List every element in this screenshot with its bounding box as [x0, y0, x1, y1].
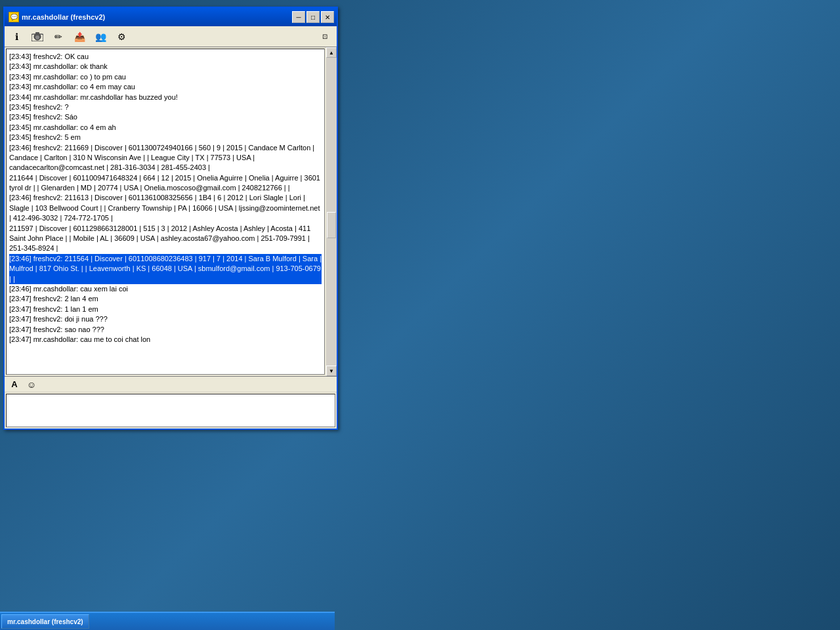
message-line: [23:47] freshcv2: doi ji nua ??? — [9, 314, 322, 324]
message-line: [23:47] freshcv2: sao nao ??? — [9, 325, 322, 335]
input-area: A ☺ — [5, 376, 337, 429]
messages-container[interactable]: [23:43] freshcv2: OK cau[23:43] mr.cashd… — [6, 49, 325, 375]
message-line: [23:45] freshcv2: 5 em — [9, 133, 322, 142]
font-button[interactable]: A — [7, 378, 22, 391]
message-line: [23:43] mr.cashdollar: co 4 em may cau — [9, 82, 322, 92]
message-line: [23:43] mr.cashdollar: ok thank — [9, 62, 322, 72]
message-line: [23:46] freshcv2: 211669 | Discover | 60… — [9, 143, 322, 173]
title-bar-left: 💬 mr.cashdollar (freshcv2) — [9, 12, 105, 22]
scrollbar-vertical[interactable]: ▲ ▼ — [326, 47, 337, 376]
people-button[interactable]: 👥 — [91, 28, 110, 45]
chat-area: [23:43] freshcv2: OK cau[23:43] mr.cashd… — [5, 47, 337, 376]
message-line: [23:43] mr.cashdollar: co ) to pm cau — [9, 72, 322, 82]
scroll-track[interactable] — [326, 58, 337, 366]
emoji-button[interactable]: ☺ — [24, 378, 39, 391]
taskbar-button[interactable]: mr.cashdollar (freshcv2) — [1, 614, 89, 629]
minimize-button[interactable]: ─ — [292, 11, 305, 23]
info-button[interactable]: ℹ — [7, 28, 26, 45]
message-line: 211644 | Discover | 6011009471648324 | 6… — [9, 173, 322, 194]
window-title: mr.cashdollar (freshcv2) — [22, 13, 105, 21]
chat-window: 💬 mr.cashdollar (freshcv2) ─ □ ✕ ℹ — [3, 7, 338, 430]
desktop: 💬 mr.cashdollar (freshcv2) ─ □ ✕ ℹ — [0, 0, 840, 630]
edit-button[interactable]: ✏ — [49, 28, 68, 45]
scroll-down-button[interactable]: ▼ — [326, 366, 337, 376]
message-line: [23:47] mr.cashdollar: cau me to coi cha… — [9, 335, 322, 345]
message-line: [23:45] mr.cashdollar: co 4 em ah — [9, 123, 322, 133]
message-line: [23:45] freshcv2: Sáo — [9, 112, 322, 122]
message-line: [23:47] freshcv2: 2 lan 4 em — [9, 294, 322, 304]
message-textarea[interactable] — [8, 396, 333, 425]
message-line: [23:46] freshcv2: 211564 | Discover | 60… — [9, 254, 322, 284]
message-line: 211597 | Discover | 6011298663128001 | 5… — [9, 224, 322, 254]
message-line: [23:43] freshcv2: OK cau — [9, 52, 322, 62]
taskbar: mr.cashdollar (freshcv2) — [0, 612, 335, 630]
maximize-button[interactable]: □ — [306, 11, 320, 23]
input-toolbar: A ☺ — [5, 377, 337, 392]
message-input[interactable] — [6, 394, 335, 427]
settings-button[interactable]: ⚙ — [112, 28, 131, 45]
message-line: [23:46] mr.cashdollar: cau xem lai coi — [9, 284, 322, 294]
toolbar: ℹ ✏ 📤 👥 ⚙ ⊡ — [5, 26, 337, 47]
camera-button[interactable] — [28, 28, 47, 45]
message-line: [23:46] freshcv2: 211613 | Discover | 60… — [9, 193, 322, 223]
expand-button[interactable]: ⊡ — [316, 28, 334, 45]
title-bar: 💬 mr.cashdollar (freshcv2) ─ □ ✕ — [5, 8, 337, 26]
svg-point-3 — [35, 35, 39, 39]
scroll-up-button[interactable]: ▲ — [326, 47, 337, 58]
scroll-thumb[interactable] — [327, 212, 336, 238]
close-button[interactable]: ✕ — [321, 11, 334, 23]
send-button[interactable]: 📤 — [70, 28, 89, 45]
message-line: [23:44] mr.cashdollar: mr.cashdollar has… — [9, 93, 322, 102]
message-line: [23:45] freshcv2: ? — [9, 102, 322, 112]
svg-rect-2 — [35, 32, 39, 34]
message-line: [23:47] freshcv2: 1 lan 1 em — [9, 304, 322, 314]
title-buttons: ─ □ ✕ — [292, 11, 334, 23]
chat-icon: 💬 — [9, 12, 19, 22]
